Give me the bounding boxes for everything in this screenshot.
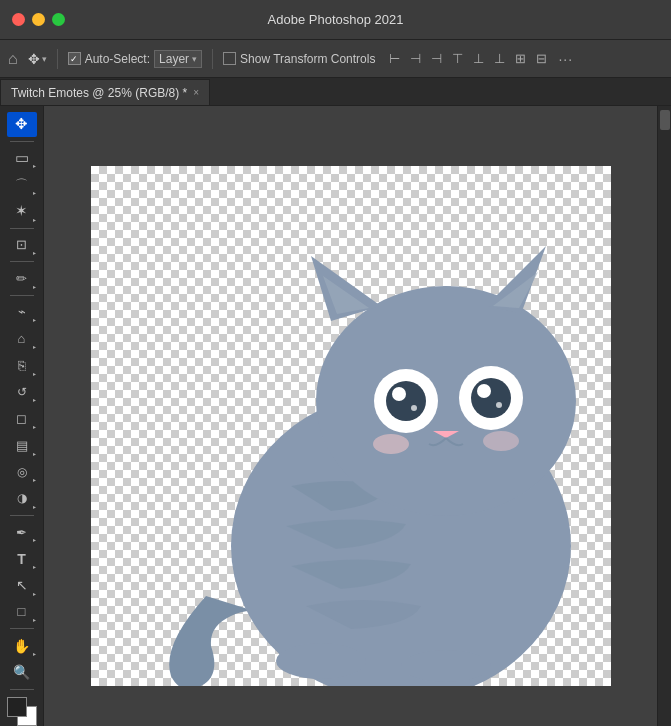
close-button[interactable] [12,13,25,26]
svg-point-17 [373,434,409,454]
text-tool[interactable]: T ▸ [7,546,37,571]
svg-point-15 [496,402,502,408]
clone-stamp-tool[interactable]: ⎘ ▸ [7,353,37,378]
more-options-button[interactable]: ··· [558,51,573,67]
gradient-tool[interactable]: ▤ ▸ [7,433,37,458]
divider-1 [57,49,58,69]
foreground-color-swatch[interactable] [7,697,27,717]
cat-svg [91,166,611,686]
svg-point-14 [411,405,417,411]
distribute-v-icon[interactable]: ⊟ [532,50,550,68]
cat-illustration [91,166,611,686]
pen-tool[interactable]: ✒ ▸ [7,520,37,545]
eyedropper-tool[interactable]: ✏ ▸ [7,266,37,291]
align-left-icon[interactable]: ⊢ [385,50,403,68]
dodge-tool[interactable]: ◑ ▸ [7,486,37,511]
tool-separator-4 [10,295,34,296]
maximize-button[interactable] [52,13,65,26]
tool-submenu-arrow: ▸ [33,536,36,543]
brush-icon: ⌂ [18,331,26,346]
window-controls[interactable] [12,13,65,26]
align-center-h-icon[interactable]: ⊣ [406,50,424,68]
pen-icon: ✒ [16,525,27,540]
transform-controls-checkbox[interactable] [223,52,236,65]
tool-separator-7 [10,689,34,690]
tool-separator-1 [10,141,34,142]
layer-select-dropdown[interactable]: Layer ▾ [154,50,202,68]
svg-point-13 [477,384,491,398]
blur-tool[interactable]: ◎ ▸ [7,460,37,485]
tool-submenu-arrow: ▸ [33,249,36,256]
tool-submenu-arrow: ▸ [33,189,36,196]
clone-icon: ⎘ [18,358,26,373]
text-icon: T [17,551,26,567]
right-panel [657,106,671,726]
tool-separator-5 [10,515,34,516]
history-brush-tool[interactable]: ↺ ▸ [7,380,37,405]
auto-select-group: Auto-Select: Layer ▾ [68,50,202,68]
tool-separator-6 [10,628,34,629]
move-dropdown-arrow[interactable]: ▾ [42,54,47,64]
tool-submenu-arrow: ▸ [33,316,36,323]
tab-bar: Twitch Emotes @ 25% (RGB/8) * × [0,78,671,106]
home-icon[interactable]: ⌂ [8,50,18,68]
align-icons-group: ⊢ ⊣ ⊣ ⊤ ⊥ ⊥ ⊞ ⊟ [385,50,550,68]
options-bar: ⌂ ✥ ▾ Auto-Select: Layer ▾ Show Transfor… [0,40,671,78]
shape-tool[interactable]: □ ▸ [7,600,37,625]
left-toolbar: ✥ ▭ ▸ ⌒ ▸ ✶ ▸ ⊡ ▸ ✏ ▸ ⌁ ▸ ⌂ [0,106,44,726]
shape-icon: □ [18,604,26,619]
move-tool-icon: ✥ [15,115,28,133]
tool-submenu-arrow: ▸ [33,476,36,483]
zoom-icon: 🔍 [13,664,30,680]
crop-tool[interactable]: ⊡ ▸ [7,232,37,257]
eyedropper-icon: ✏ [16,271,27,286]
distribute-h-icon[interactable]: ⊞ [511,50,529,68]
svg-point-11 [471,378,511,418]
hand-tool[interactable]: ✋ ▸ [7,633,37,658]
marquee-icon: ▭ [15,149,29,167]
dodge-icon: ◑ [17,491,27,505]
align-bottom-icon[interactable]: ⊥ [490,50,508,68]
brush-tool[interactable]: ⌂ ▸ [7,326,37,351]
auto-select-label: Auto-Select: [85,52,150,66]
eraser-icon: ◻ [16,411,27,426]
path-select-tool[interactable]: ↖ ▸ [7,573,37,598]
transform-controls-group: Show Transform Controls [223,52,375,66]
svg-point-1 [276,643,366,679]
healing-icon: ⌁ [18,304,26,319]
magic-wand-icon: ✶ [15,202,28,220]
title-bar: Adobe Photoshop 2021 [0,0,671,40]
crop-icon: ⊡ [16,237,27,252]
tool-submenu-arrow: ▸ [33,650,36,657]
move-tool[interactable]: ✥ [7,112,37,137]
lasso-tool[interactable]: ⌒ ▸ [7,172,37,197]
align-top-icon[interactable]: ⊤ [448,50,466,68]
history-icon: ↺ [17,385,27,399]
blur-icon: ◎ [17,465,27,479]
foreground-background-colors[interactable] [7,697,37,725]
tab-close-button[interactable]: × [193,87,199,98]
tool-separator-3 [10,261,34,262]
hand-icon: ✋ [13,638,30,654]
eraser-tool[interactable]: ◻ ▸ [7,406,37,431]
tool-submenu-arrow: ▸ [33,423,36,430]
canvas-container [91,166,611,686]
panel-handle[interactable] [660,110,670,130]
tool-submenu-arrow: ▸ [33,396,36,403]
zoom-tool[interactable]: 🔍 [7,660,37,685]
marquee-tool[interactable]: ▭ ▸ [7,146,37,171]
document-tab[interactable]: Twitch Emotes @ 25% (RGB/8) * × [0,79,210,105]
align-middle-v-icon[interactable]: ⊥ [469,50,487,68]
tool-submenu-arrow: ▸ [33,563,36,570]
app-title: Adobe Photoshop 2021 [268,12,404,27]
healing-brush-tool[interactable]: ⌁ ▸ [7,300,37,325]
magic-wand-tool[interactable]: ✶ ▸ [7,199,37,224]
move-tool-options[interactable]: ✥ ▾ [28,51,47,67]
align-right-icon[interactable]: ⊣ [427,50,445,68]
photoshop-canvas [91,166,611,686]
svg-point-10 [386,381,426,421]
tool-submenu-arrow: ▸ [33,590,36,597]
tool-submenu-arrow: ▸ [33,162,36,169]
minimize-button[interactable] [32,13,45,26]
auto-select-checkbox[interactable] [68,52,81,65]
